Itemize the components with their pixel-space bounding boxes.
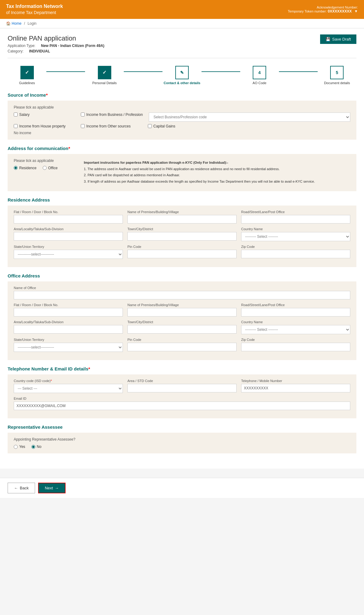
office-road-input[interactable] — [241, 308, 350, 316]
office-state-label: State/Union Territory — [14, 338, 123, 341]
address-comm-required: * — [68, 146, 70, 151]
save-draft-button[interactable]: 💾 Save Draft — [320, 34, 356, 44]
representative-title-text: Representative Assessee — [8, 424, 62, 430]
office-area-group: Area/Locality/Taluka/Sub-Division — [14, 320, 123, 334]
house-checkbox-item[interactable]: Income from House property — [14, 124, 75, 128]
address-comm-area: Please tick as applicable Residence Offi… — [8, 154, 356, 191]
office-zipcode-input[interactable] — [241, 343, 350, 351]
income-row-2: Income from House property Income from O… — [14, 124, 350, 128]
residence-address-title: Residence Address — [8, 197, 356, 202]
instruction-1: 1. The address used in Aadhaar card woul… — [84, 166, 350, 172]
next-button[interactable]: Next → — [38, 483, 66, 493]
save-draft-label: Save Draft — [332, 37, 351, 41]
res-road-label: Road/Street/Lane/Post Office — [241, 210, 350, 214]
save-icon: 💾 — [326, 37, 330, 41]
res-zipcode-input[interactable] — [241, 250, 350, 258]
salary-label: Salary — [19, 113, 30, 117]
business-profession-select-wrap[interactable]: Select Business/Profession code — [149, 113, 350, 122]
salary-checkbox-item[interactable]: Salary — [14, 113, 75, 117]
step-5-circle: 5 — [330, 66, 344, 79]
phone-input[interactable] — [241, 384, 350, 392]
residence-radio-label: Residence — [19, 166, 37, 170]
res-area-input[interactable] — [14, 232, 123, 241]
res-town-label: Town/City/District — [127, 227, 237, 231]
other-label: Income from Other sources — [86, 124, 130, 128]
isd-group: Country code (ISD code)* --- Select --- — [14, 379, 123, 393]
res-flat-input[interactable] — [14, 215, 123, 223]
office-radio[interactable] — [43, 166, 47, 170]
office-country-select[interactable]: --------- Select -------- — [241, 325, 350, 334]
residence-radio[interactable] — [14, 166, 18, 170]
res-road-input[interactable] — [241, 215, 350, 223]
office-flat-input[interactable] — [14, 308, 123, 316]
salary-checkbox[interactable] — [14, 113, 18, 116]
office-premises-input[interactable] — [127, 308, 237, 316]
rep-yes-item[interactable]: Yes — [14, 445, 25, 449]
token-dropdown-icon[interactable]: ▼ — [354, 9, 358, 13]
stepper: ✓ Guidelines ✓ Personal Details ✎ Contac… — [8, 66, 356, 85]
step-3-label: Contact & other details — [164, 81, 200, 85]
res-road-group: Road/Street/Lane/Post Office — [241, 210, 350, 223]
connector-3 — [202, 71, 240, 72]
home-link[interactable]: Home — [12, 21, 21, 26]
email-input[interactable] — [14, 402, 350, 410]
res-country-group: Country Name --------- Select -------- — [241, 227, 350, 241]
res-town-input[interactable] — [127, 232, 237, 241]
office-address-area: Name of Office Flat / Room / Door / Bloc… — [8, 281, 356, 360]
business-label: Income from Business / Profession — [86, 113, 143, 117]
address-tick-label: Please tick as applicable — [14, 159, 69, 163]
res-pincode-input[interactable] — [127, 250, 237, 258]
step-4-circle: 4 — [253, 66, 266, 79]
capital-checkbox-item[interactable]: Capital Gains — [148, 124, 209, 128]
rep-yes-label: Yes — [19, 445, 25, 449]
area-std-input[interactable] — [127, 384, 237, 392]
office-pincode-input[interactable] — [127, 343, 237, 351]
residence-title-text: Residence Address — [8, 197, 50, 202]
representative-area: Appointing Representative Assessee? Yes … — [8, 433, 356, 453]
phone-label: Telephone / Mobile Number — [241, 379, 350, 383]
instruction-2: 2. PAN card will be dispatched at addres… — [84, 173, 350, 178]
res-pincode-label: Pin Code — [127, 245, 237, 249]
residence-radio-item[interactable]: Residence — [14, 166, 37, 170]
isd-select[interactable]: --- Select --- — [14, 384, 123, 393]
rep-yes-radio[interactable] — [14, 445, 18, 449]
office-zipcode-group: Zip Code — [241, 338, 350, 352]
res-row-2: Area/Locality/Taluka/Sub-Division Town/C… — [14, 227, 350, 241]
page-title-area: Online PAN application Application Type:… — [8, 34, 109, 53]
capital-checkbox[interactable] — [148, 124, 152, 128]
rep-no-radio[interactable] — [31, 445, 35, 449]
res-area-label: Area/Locality/Taluka/Sub-Division — [14, 227, 123, 231]
house-checkbox[interactable] — [14, 124, 18, 128]
res-premises-input[interactable] — [127, 215, 237, 223]
res-country-select[interactable]: --------- Select -------- — [241, 232, 350, 241]
office-name-input[interactable] — [14, 291, 350, 299]
ack-label: Acknowledgement Number: — [288, 5, 358, 9]
office-radio-item[interactable]: Office — [43, 166, 58, 170]
office-state-select[interactable]: -----------select----------- — [14, 343, 123, 352]
office-town-group: Town/City/District — [127, 320, 237, 334]
business-checkbox[interactable] — [81, 113, 85, 116]
ekyc-instructions: Important instructions for paperless PAN… — [81, 159, 350, 187]
navigation-buttons: ← Back Next → — [0, 478, 364, 498]
res-state-label: State/Union Territory — [14, 245, 123, 249]
office-area-input[interactable] — [14, 325, 123, 334]
back-button[interactable]: ← Back — [8, 483, 35, 493]
token-value: 0XXXXXXXXX — [328, 9, 352, 13]
other-checkbox-item[interactable]: Income from Other sources — [81, 124, 142, 128]
rep-no-item[interactable]: No — [31, 445, 41, 449]
office-town-input[interactable] — [127, 325, 237, 334]
address-radio-group: Residence Office — [14, 166, 69, 170]
res-premises-group: Name of Premises/Building/Village — [127, 210, 237, 223]
business-checkbox-item[interactable]: Income from Business / Profession — [81, 113, 143, 117]
res-state-select[interactable]: -----------select----------- — [14, 250, 123, 259]
logo: Tax Information Network of Income Tax De… — [6, 3, 63, 16]
source-required: * — [46, 92, 48, 98]
res-row-3: State/Union Territory -----------select-… — [14, 245, 350, 259]
page-title: Online PAN application — [8, 34, 109, 42]
app-type-label: Application Type: — [8, 44, 35, 48]
address-comm-title: Address for communication* — [8, 146, 356, 151]
business-profession-select[interactable]: Select Business/Profession code — [149, 113, 350, 122]
other-checkbox[interactable] — [81, 124, 85, 128]
breadcrumb: 🏠 Home / Login — [0, 19, 364, 28]
source-of-income-area: Please tick as applicable Salary Income … — [8, 101, 356, 140]
